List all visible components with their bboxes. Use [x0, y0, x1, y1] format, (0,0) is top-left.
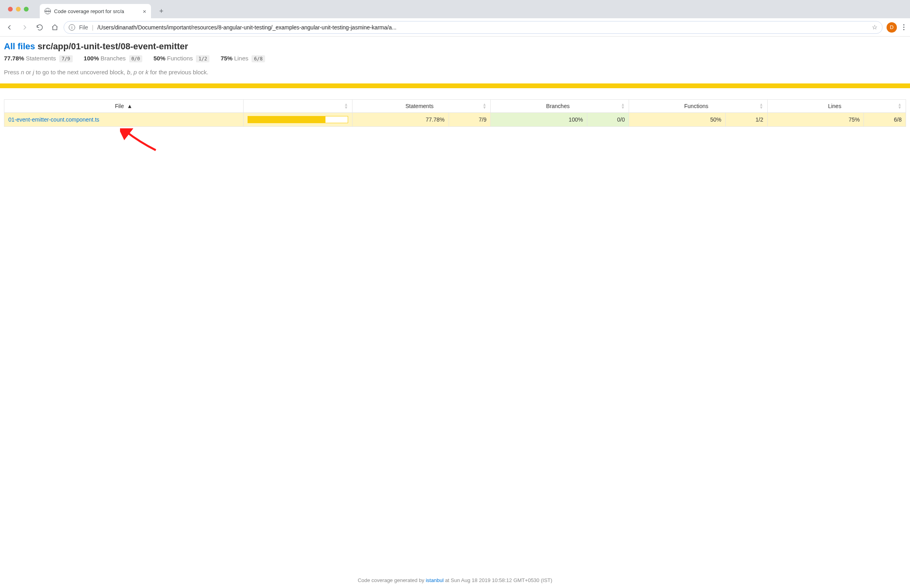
address-bar[interactable]: i File | /Users/dinanath/Documents/impor… [64, 21, 883, 34]
breadcrumb-all-files-link[interactable]: All files [4, 41, 35, 51]
forward-button[interactable] [18, 21, 31, 34]
window-close-icon[interactable] [8, 7, 13, 12]
sort-icon: ▲▼ [482, 103, 486, 109]
cell-functions-frac: 1/2 [726, 113, 768, 127]
cell-lines-frac: 6/8 [864, 113, 906, 127]
back-button[interactable] [3, 21, 16, 34]
browser-tab[interactable]: Code coverage report for src/a × [40, 4, 151, 18]
sort-icon: ▲▼ [621, 103, 625, 109]
sort-icon: ▲▼ [898, 103, 902, 109]
profile-avatar[interactable]: D [887, 22, 897, 33]
tab-title: Code coverage report for src/a [54, 8, 139, 14]
sort-asc-icon: ▲ [127, 103, 133, 109]
summary-metrics: 77.78%Statements 7/9 100%Branches 0/0 50… [4, 55, 906, 62]
annotation-arrow-icon [120, 128, 160, 152]
page-footer: Code coverage generated by istanbul at S… [0, 577, 910, 583]
tab-close-icon[interactable]: × [143, 8, 146, 15]
url-scheme-label: File [79, 24, 88, 31]
page-title: All files src/app/01-unit-test/08-event-… [4, 41, 906, 52]
col-functions[interactable]: Functions ▲▼ [629, 100, 767, 113]
table-row: 01-event-emitter-count.component.ts77.78… [4, 113, 906, 127]
globe-icon [45, 8, 51, 14]
sort-icon: ▲▼ [344, 103, 348, 109]
col-lines[interactable]: Lines ▲▼ [767, 100, 906, 113]
reload-button[interactable] [33, 21, 46, 34]
istanbul-link[interactable]: istanbul [426, 577, 443, 583]
cell-file: 01-event-emitter-count.component.ts [4, 113, 244, 127]
metric-statements: 77.78%Statements 7/9 [4, 55, 73, 62]
metric-branches: 100%Branches 0/0 [84, 55, 143, 62]
col-branches[interactable]: Branches ▲▼ [491, 100, 629, 113]
browser-tabstrip: Code coverage report for src/a × + [0, 0, 910, 18]
cell-statements-pct: 77.78% [352, 113, 449, 127]
window-controls [4, 0, 33, 18]
browser-menu-button[interactable] [901, 22, 907, 33]
cell-functions-pct: 50% [629, 113, 726, 127]
coverage-status-bar [0, 83, 910, 88]
sort-icon: ▲▼ [759, 103, 763, 109]
site-info-icon[interactable]: i [69, 24, 75, 31]
home-button[interactable] [48, 21, 61, 34]
col-statements[interactable]: Statements ▲▼ [352, 100, 490, 113]
col-file[interactable]: File ▲ [4, 100, 244, 113]
keyboard-hint: Press n or j to go to the next uncovered… [4, 69, 906, 75]
coverage-bar [248, 116, 348, 123]
cell-bar [243, 113, 352, 127]
cell-branches-pct: 100% [491, 113, 587, 127]
metric-lines: 75%Lines 6/8 [221, 55, 265, 62]
page-viewport: All files src/app/01-unit-test/08-event-… [0, 37, 910, 588]
new-tab-button[interactable]: + [156, 6, 167, 17]
cell-branches-frac: 0/0 [587, 113, 629, 127]
coverage-table: File ▲ ▲▼ Statements ▲▼ Branches ▲▼ [4, 99, 906, 127]
col-bar[interactable]: ▲▼ [243, 100, 352, 113]
window-zoom-icon[interactable] [24, 7, 29, 12]
url-path: /Users/dinanath/Documents/important/reso… [97, 24, 868, 31]
metric-functions: 50%Functions 1/2 [153, 55, 209, 62]
breadcrumb-path-text: src/app/01-unit-test/08-event-emitter [37, 41, 188, 51]
url-separator: | [92, 24, 94, 31]
table-header-row: File ▲ ▲▼ Statements ▲▼ Branches ▲▼ [4, 100, 906, 113]
cell-lines-pct: 75% [767, 113, 864, 127]
cell-statements-frac: 7/9 [449, 113, 491, 127]
browser-toolbar: i File | /Users/dinanath/Documents/impor… [0, 18, 910, 37]
file-link[interactable]: 01-event-emitter-count.component.ts [8, 116, 99, 123]
window-minimize-icon[interactable] [16, 7, 21, 12]
bookmark-icon[interactable]: ☆ [872, 23, 877, 31]
